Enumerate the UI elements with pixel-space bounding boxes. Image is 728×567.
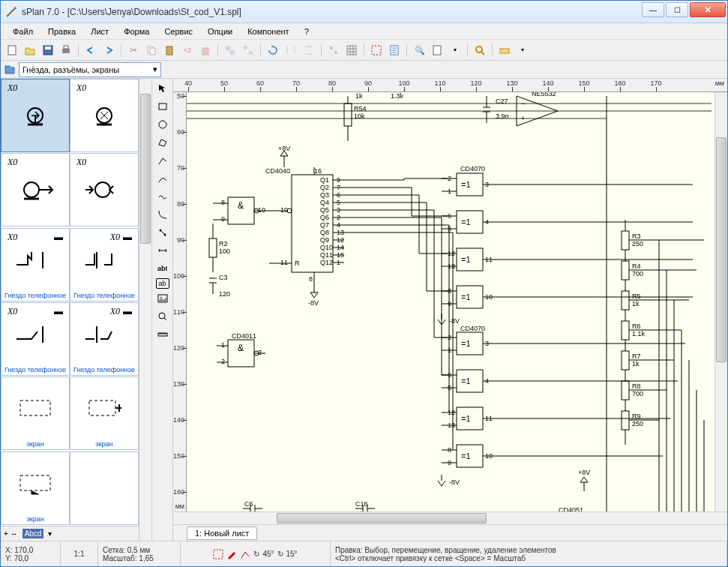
dup-button[interactable]: ×2 <box>179 42 196 58</box>
lib-cell-2[interactable]: X0 <box>1 153 70 226</box>
menu-sheet[interactable]: Лист <box>83 25 116 38</box>
paste-button[interactable] <box>161 42 178 58</box>
lib-cell-5[interactable]: ▬X0Гнездо телефонное <box>70 228 139 302</box>
align-button[interactable] <box>325 42 342 58</box>
cut-button[interactable]: ✂ <box>125 42 142 58</box>
lib-cell-3[interactable]: X0 <box>70 153 139 226</box>
save-button[interactable] <box>40 42 56 58</box>
lib-cell-11[interactable] <box>70 452 139 525</box>
svg-text:8: 8 <box>309 275 313 283</box>
svg-text:11: 11 <box>280 259 288 266</box>
dimension-tool[interactable] <box>154 242 171 259</box>
rot15-icon[interactable]: ↻ <box>277 550 283 558</box>
lib-cell-8[interactable]: экран <box>1 376 70 450</box>
flip-h-button[interactable] <box>283 42 299 58</box>
status-scale: Масштаб: 1,65 <box>103 554 175 562</box>
image-tool[interactable] <box>154 290 171 307</box>
dim-icon[interactable]: + ↔ <box>4 530 18 538</box>
flip-v-button[interactable] <box>301 42 317 58</box>
ungroup-button[interactable] <box>240 42 256 58</box>
svg-text:&: & <box>238 343 244 353</box>
svg-text:R7: R7 <box>632 352 641 360</box>
lib-cell-4[interactable]: X0▬Гнездо телефонное <box>1 228 70 302</box>
cursor-tool[interactable] <box>154 80 171 97</box>
open-button[interactable] <box>22 42 38 58</box>
text-tool[interactable]: abI <box>154 260 171 277</box>
horizontal-scrollbar[interactable] <box>187 512 715 524</box>
lib-cell-9[interactable]: экран <box>70 376 139 450</box>
maximize-button[interactable]: ☐ <box>666 2 688 17</box>
library-scroll-thumb[interactable] <box>140 94 151 244</box>
redo-button[interactable] <box>100 42 117 58</box>
abcd-badge[interactable]: Abcd <box>22 529 44 538</box>
svg-text:Q10: Q10 <box>320 244 333 251</box>
menu-help[interactable]: ? <box>297 25 316 38</box>
zoom-button[interactable] <box>472 42 488 58</box>
lib-cell-10[interactable]: экран <box>1 452 70 525</box>
group-button[interactable] <box>222 42 238 58</box>
bezier-tool[interactable] <box>154 170 171 187</box>
rotate-button[interactable] <box>265 42 281 58</box>
svg-text:-8V: -8V <box>449 478 460 486</box>
svg-text:Q9: Q9 <box>320 236 329 244</box>
svg-text:=1: =1 <box>461 292 471 302</box>
poly-tool[interactable] <box>154 134 171 151</box>
svg-text:8: 8 <box>221 199 225 206</box>
print-button[interactable] <box>58 42 74 58</box>
menu-service[interactable]: Сервис <box>157 25 200 38</box>
menu-component[interactable]: Компонент <box>240 25 296 38</box>
schematic-drawing: 1k 1.3k R5410k C273.9n −+NE5532 +8V CD40… <box>187 92 715 512</box>
node-tool[interactable] <box>154 224 171 241</box>
bom-button[interactable] <box>429 42 445 58</box>
dd2-button[interactable]: ▾ <box>514 42 531 58</box>
lib-cell-6[interactable]: X0▬Гнездо телефонное <box>1 302 70 376</box>
category-dropdown[interactable]: Гнёзда, разъёмы, экраны ▾ <box>19 62 161 77</box>
rect-tool[interactable] <box>154 98 171 115</box>
lib-cell-1[interactable]: X0 <box>70 79 139 152</box>
circle-tool[interactable] <box>154 116 171 133</box>
status-help1: Правка: Выбор, перемещение, вращение, уд… <box>335 546 722 554</box>
curve-tool[interactable] <box>154 206 171 223</box>
close-button[interactable]: × <box>690 2 726 17</box>
svg-rect-12 <box>244 46 247 50</box>
menu-form[interactable]: Форма <box>116 25 157 38</box>
svg-text:Q6: Q6 <box>320 214 329 221</box>
sheet-tab-1[interactable]: 1: Новый лист <box>187 526 257 540</box>
copy-button[interactable] <box>143 42 160 58</box>
dd-button[interactable]: ▾ <box>447 42 463 58</box>
list-button[interactable] <box>386 42 403 58</box>
status-grid: Сетка: 0,5 мм <box>103 546 175 554</box>
undo-button[interactable] <box>82 42 99 58</box>
measure-tool[interactable] <box>154 326 171 343</box>
svg-text:9: 9 <box>221 215 225 223</box>
hscroll-thumb[interactable] <box>277 513 487 524</box>
menu-file[interactable]: Файл <box>5 25 40 38</box>
library-scrollbar[interactable] <box>139 79 151 541</box>
pen-icon[interactable] <box>226 549 237 560</box>
svg-rect-40 <box>344 104 352 126</box>
zoom-tool[interactable] <box>154 308 171 325</box>
rot45-icon[interactable]: ↻ <box>253 550 259 558</box>
label-tool[interactable]: ab <box>156 278 169 289</box>
menu-edit[interactable]: Правка <box>40 25 83 38</box>
delete-button[interactable] <box>197 42 214 58</box>
vertical-scrollbar[interactable] <box>715 92 727 512</box>
path-icon[interactable] <box>240 549 250 560</box>
lib-cell-7[interactable]: ▬X0Гнездо телефонное <box>70 302 139 376</box>
svg-rect-17 <box>372 46 381 55</box>
menu-options[interactable]: Опции <box>200 25 240 38</box>
svg-text:R: R <box>295 260 300 267</box>
sel-icon[interactable] <box>213 549 223 560</box>
lib-cell-0[interactable]: X0 <box>1 79 70 152</box>
grid-button[interactable] <box>343 42 360 58</box>
opt-dd[interactable]: ▾ <box>48 530 52 538</box>
canvas[interactable]: 1k 1.3k R5410k C273.9n −+NE5532 +8V CD40… <box>187 92 715 512</box>
select-button[interactable] <box>368 42 385 58</box>
line-tool[interactable] <box>154 152 171 169</box>
new-button[interactable] <box>4 42 20 58</box>
vscroll-thumb[interactable] <box>716 137 727 362</box>
freehand-tool[interactable] <box>154 188 171 205</box>
find-button[interactable]: 🔍 <box>411 42 427 58</box>
minimize-button[interactable]: — <box>642 2 664 17</box>
layers-button[interactable] <box>496 42 513 58</box>
